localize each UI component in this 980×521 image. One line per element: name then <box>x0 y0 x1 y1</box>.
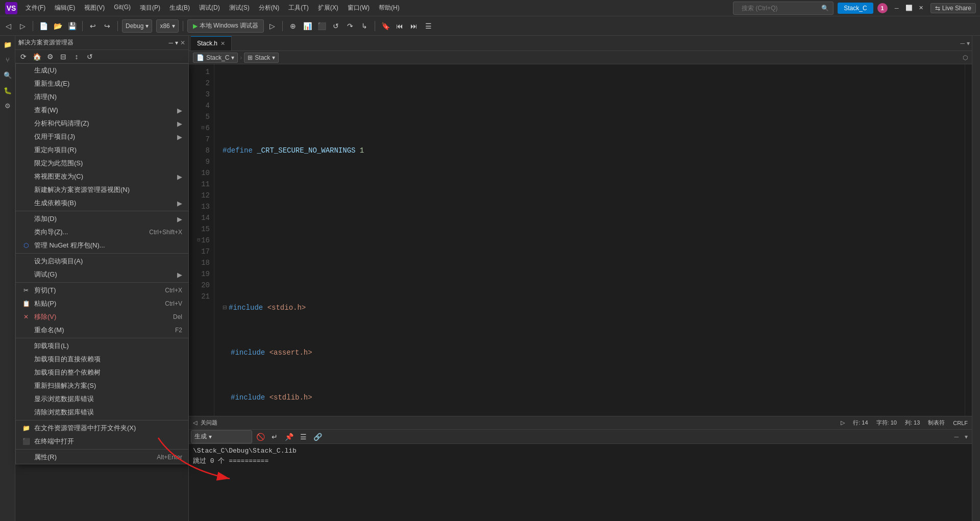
menu-debug-submenu[interactable]: 调试(G) ▶ <box>16 268 188 281</box>
menu-file[interactable]: 文件(F) <box>21 2 50 14</box>
run-button[interactable]: ▶ 本地 Windows 调试器 <box>187 19 264 33</box>
menu-retarget[interactable]: 重定向项目(R) <box>16 143 188 157</box>
menu-rebuild[interactable]: 重新生成(E) <box>16 77 188 90</box>
output-settings[interactable]: ☰ <box>297 431 309 443</box>
code-editor[interactable]: 1 2 3 4 5 ⊟6 7 8 9 10 11 12 13 14 15 <box>189 64 972 416</box>
toolbar-bm4[interactable]: ☰ <box>422 20 434 32</box>
toolbar-run2[interactable]: ▷ <box>266 20 278 32</box>
menu-load-direct[interactable]: 加载项目的直接依赖项 <box>16 353 188 366</box>
menu-paste[interactable]: 📋粘贴(P) Ctrl+V <box>16 297 188 310</box>
menu-open-terminal[interactable]: ⬛在终端中打开 <box>16 435 188 448</box>
panel-expand-btn[interactable]: ▾ <box>963 431 970 442</box>
menu-rename[interactable]: 重命名(M) F2 <box>16 324 188 337</box>
toolbar-new[interactable]: 📄 <box>37 20 50 32</box>
menu-add[interactable]: 添加(D) ▶ <box>16 212 188 226</box>
output-clear[interactable]: 🚫 <box>254 431 266 443</box>
editor-expand-btn[interactable]: ▾ <box>967 40 970 47</box>
sidebar-search-icon[interactable]: 🔍 <box>1 68 14 82</box>
toolbar-stop[interactable]: ⬛ <box>315 20 328 32</box>
breadcrumb-file[interactable]: 📄 Stack_C ▾ <box>193 53 238 63</box>
menu-nuget[interactable]: ⬡管理 NuGet 程序包(N)... <box>16 239 188 252</box>
menu-help[interactable]: 帮助(H) <box>375 2 404 14</box>
menu-load-all[interactable]: 加载项目的整个依赖树 <box>16 366 188 379</box>
menu-window[interactable]: 窗口(W) <box>344 2 374 14</box>
editor-expand-icon[interactable]: ⬡ <box>963 54 968 61</box>
menu-build[interactable]: 生成(U) <box>16 64 188 77</box>
toolbar-redo[interactable]: ↪ <box>101 20 113 32</box>
sol-filter-btn[interactable]: ⊟ <box>57 51 69 63</box>
minimize-button[interactable]: ─ <box>892 3 902 13</box>
menu-project[interactable]: 项目(P) <box>136 2 164 14</box>
toolbar-open[interactable]: 📂 <box>52 20 64 32</box>
menu-build[interactable]: 生成(B) <box>165 2 194 14</box>
menu-clean[interactable]: 清理(N) <box>16 90 188 104</box>
sidebar-tools-icon[interactable]: ⚙ <box>1 99 14 112</box>
output-wrap[interactable]: ↵ <box>268 431 281 443</box>
title-search-input[interactable] <box>738 3 819 13</box>
sol-refresh-btn[interactable]: ↺ <box>84 51 96 63</box>
menu-properties[interactable]: 属性(R) Alt+Enter <box>16 451 188 464</box>
build-config-dropdown[interactable]: Debug ▾ <box>122 19 152 33</box>
toolbar-attach[interactable]: ⊕ <box>287 20 299 32</box>
code-content[interactable]: #define _CRT_SECURE_NO_WARNINGS 1 #inclu… <box>214 64 965 416</box>
sidebar-solution-icon[interactable]: 📁 <box>1 38 14 51</box>
menu-debug[interactable]: 调试(D) <box>195 2 224 14</box>
sol-home-btn[interactable]: 🏠 <box>31 51 43 63</box>
menu-project-only[interactable]: 仅用于项目(J) ▶ <box>16 130 188 143</box>
menu-startup[interactable]: 设为启动项目(A) <box>16 255 188 268</box>
menu-open-folder[interactable]: 📁在文件资源管理器中打开文件夹(X) <box>16 421 188 435</box>
active-project-tab[interactable]: Stack_C <box>838 3 873 14</box>
toolbar-bm3[interactable]: ⏭ <box>408 20 420 32</box>
menu-analyze[interactable]: 分析(N) <box>255 2 284 14</box>
sol-props-btn[interactable]: ⚙ <box>44 51 56 63</box>
toolbar-perf[interactable]: 📊 <box>301 20 313 32</box>
close-button[interactable]: ✕ <box>916 3 926 13</box>
menu-change-view[interactable]: 将视图更改为(C) ▶ <box>16 170 188 183</box>
solution-pin-button[interactable]: ─ <box>168 39 173 46</box>
solution-more-button[interactable]: ▾ <box>175 39 178 46</box>
editor-tab-stackh[interactable]: Stack.h ✕ <box>191 36 232 51</box>
toolbar-step-over[interactable]: ↷ <box>344 20 356 32</box>
menu-tools[interactable]: 工具(T) <box>284 2 312 14</box>
output-link[interactable]: 🔗 <box>311 431 324 443</box>
toolbar-back[interactable]: ◁ <box>2 20 14 32</box>
toolbar-undo[interactable]: ↩ <box>87 20 99 32</box>
menu-scope[interactable]: 限定为此范围(S) <box>16 157 188 170</box>
sidebar-git-icon[interactable]: ⑂ <box>1 53 14 66</box>
toolbar-bookmark[interactable]: 🔖 <box>379 20 391 32</box>
menu-class-wizard[interactable]: 类向导(Z)... Ctrl+Shift+X <box>16 226 188 239</box>
toolbar-forward[interactable]: ▷ <box>16 20 29 32</box>
menu-edit[interactable]: 编辑(E) <box>51 2 79 14</box>
menu-view[interactable]: 查看(W) ▶ <box>16 104 188 117</box>
fold-icon-6[interactable] <box>223 302 229 313</box>
menu-cut[interactable]: ✂剪切(T) Ctrl+X <box>16 284 188 297</box>
sol-filter2-btn[interactable]: ↕ <box>70 51 83 63</box>
sol-sync-btn[interactable]: ⟳ <box>17 51 30 63</box>
editor-scrollbar[interactable] <box>965 64 972 416</box>
toolbar-bm2[interactable]: ⏮ <box>394 20 406 32</box>
panel-label[interactable]: ◁ 关问题 <box>193 419 217 427</box>
menu-rescan[interactable]: 重新扫描解决方案(S) <box>16 379 188 392</box>
menu-clear-db-errors[interactable]: 清除浏览数据库错误 <box>16 406 188 419</box>
toolbar-save-all[interactable]: 💾 <box>66 20 78 32</box>
editor-pin-btn[interactable]: ─ <box>960 40 965 47</box>
menu-deps[interactable]: 生成依赖项(B) ▶ <box>16 196 188 210</box>
live-share-button[interactable]: ⇆ Live Share <box>930 3 976 13</box>
restore-button[interactable]: ⬜ <box>904 3 914 13</box>
menu-extensions[interactable]: 扩展(X) <box>314 2 342 14</box>
toolbar-step-into[interactable]: ↳ <box>358 20 371 32</box>
menu-git[interactable]: Git(G) <box>110 2 135 14</box>
menu-remove[interactable]: ✕移除(V) Del <box>16 310 188 324</box>
toolbar-restart[interactable]: ↺ <box>330 20 342 32</box>
breadcrumb-symbol[interactable]: ⊞ Stack ▾ <box>244 53 279 63</box>
output-source-dropdown[interactable]: 生成 ▾ <box>191 430 252 443</box>
menu-show-db-errors[interactable]: 显示浏览数据库错误 <box>16 392 188 406</box>
menu-analyze-clean[interactable]: 分析和代码清理(Z) ▶ <box>16 117 188 130</box>
menu-unload[interactable]: 卸载项目(L) <box>16 339 188 353</box>
platform-dropdown[interactable]: x86 ▾ <box>156 19 178 33</box>
solution-close-button[interactable]: ✕ <box>180 39 185 46</box>
sidebar-debug-icon[interactable]: 🐛 <box>1 84 14 97</box>
tab-close-button[interactable]: ✕ <box>220 40 225 47</box>
menu-new-view[interactable]: 新建解决方案资源管理器视图(N) <box>16 183 188 196</box>
panel-float-btn[interactable]: ─ <box>952 431 961 442</box>
